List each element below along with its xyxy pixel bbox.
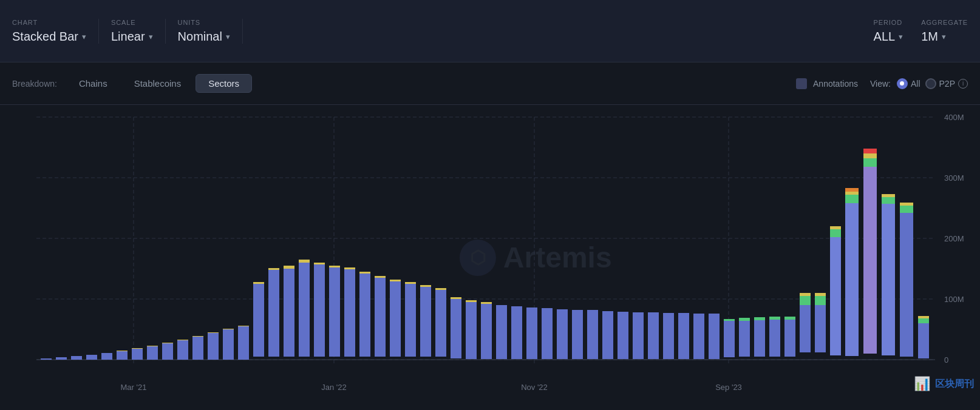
period-dropdown[interactable]: ALL ▾ [874, 30, 903, 44]
controls-bar: Breakdown: Chains Stablecoins Sectors An… [0, 62, 980, 105]
svg-rect-114 [863, 167, 877, 354]
svg-rect-117 [863, 149, 877, 153]
svg-rect-62 [390, 281, 401, 357]
svg-rect-66 [420, 287, 431, 357]
svg-rect-68 [435, 290, 446, 357]
svg-rect-22 [86, 355, 97, 360]
period-chevron-icon: ▾ [899, 32, 903, 41]
svg-rect-53 [314, 263, 325, 264]
aggregate-dropdown[interactable]: 1M ▾ [921, 30, 968, 44]
svg-rect-63 [390, 280, 401, 281]
scale-dropdown[interactable]: Linear ▾ [111, 30, 153, 44]
chart-label: CHART [12, 19, 86, 26]
period-group: PERIOD ALL ▾ [874, 19, 903, 44]
svg-rect-40 [238, 326, 249, 360]
view-all-option[interactable]: All [897, 78, 920, 89]
aggregate-chevron-icon: ▾ [942, 32, 946, 41]
svg-rect-79 [542, 308, 553, 359]
svg-rect-74 [481, 304, 492, 359]
svg-rect-85 [633, 312, 644, 359]
view-all-radio[interactable] [897, 78, 908, 89]
period-value: ALL [874, 30, 896, 44]
svg-text:200M: 200M [944, 234, 964, 243]
p2p-info-icon[interactable]: i [958, 79, 968, 89]
units-dropdown[interactable]: Nominal ▾ [178, 30, 230, 44]
svg-rect-106 [815, 293, 826, 296]
svg-rect-76 [496, 305, 507, 359]
svg-rect-46 [284, 269, 294, 357]
svg-rect-93 [739, 321, 750, 357]
breakdown-chains-button[interactable]: Chains [67, 75, 120, 92]
scale-value: Linear [111, 30, 145, 44]
brand-icon: 📊 [914, 376, 930, 392]
svg-rect-43 [253, 282, 264, 284]
svg-rect-107 [830, 237, 841, 355]
svg-rect-98 [769, 317, 780, 320]
svg-text:Jan '22: Jan '22 [321, 383, 347, 392]
view-all-label: All [911, 79, 920, 89]
svg-rect-31 [162, 343, 173, 343]
svg-rect-61 [375, 276, 386, 278]
svg-rect-50 [299, 261, 310, 263]
svg-rect-37 [208, 332, 219, 333]
svg-rect-123 [900, 203, 913, 206]
svg-rect-70 [451, 299, 461, 358]
aggregate-label: AGGREGATE [921, 19, 968, 26]
breakdown-sectors-button[interactable]: Sectors [196, 74, 252, 93]
view-p2p-label: P2P [939, 79, 955, 89]
svg-rect-41 [238, 326, 249, 326]
svg-rect-120 [882, 194, 895, 197]
svg-rect-28 [147, 346, 158, 360]
svg-text:100M: 100M [944, 295, 964, 304]
annotations-label: Annotations [813, 79, 858, 89]
svg-rect-94 [739, 318, 750, 321]
period-label: PERIOD [874, 19, 903, 26]
scale-chevron-icon: ▾ [149, 32, 153, 41]
chart-chevron-icon: ▾ [82, 32, 86, 41]
svg-rect-34 [192, 337, 203, 360]
svg-rect-58 [359, 274, 370, 357]
svg-rect-75 [481, 302, 492, 304]
svg-rect-96 [754, 317, 765, 320]
svg-rect-115 [863, 158, 877, 167]
header: CHART Stacked Bar ▾ SCALE Linear ▾ UNITS… [0, 0, 980, 62]
breakdown-stablecoins-button[interactable]: Stablecoins [122, 75, 194, 92]
units-chevron-icon: ▾ [226, 32, 230, 41]
scale-group: SCALE Linear ▾ [99, 19, 166, 44]
svg-rect-121 [900, 213, 913, 357]
view-p2p-radio[interactable] [925, 78, 936, 89]
svg-rect-77 [511, 306, 522, 359]
chart-svg: 400M 300M 200M 100M 0 Mar '21 Jan '22 No… [0, 105, 980, 410]
svg-rect-81 [572, 310, 583, 359]
svg-rect-95 [754, 320, 765, 357]
svg-rect-103 [800, 293, 811, 296]
svg-rect-102 [800, 296, 811, 305]
view-p2p-option[interactable]: P2P i [925, 78, 968, 89]
svg-rect-36 [208, 333, 219, 360]
aggregate-group: AGGREGATE 1M ▾ [921, 19, 968, 44]
svg-rect-124 [918, 323, 929, 358]
units-label: UNITS [178, 19, 230, 26]
chart-type-value: Stacked Bar [12, 30, 78, 44]
svg-rect-60 [375, 278, 386, 357]
svg-rect-39 [223, 329, 234, 329]
svg-rect-109 [830, 226, 841, 229]
svg-rect-118 [882, 204, 895, 355]
svg-rect-119 [882, 197, 895, 204]
svg-rect-112 [845, 192, 859, 195]
svg-rect-25 [117, 351, 128, 351]
svg-rect-42 [253, 284, 264, 357]
svg-rect-84 [618, 312, 628, 359]
svg-rect-122 [900, 206, 913, 213]
svg-rect-88 [678, 313, 689, 359]
svg-rect-23 [101, 353, 112, 360]
svg-rect-21 [71, 356, 82, 360]
svg-rect-64 [405, 284, 416, 357]
svg-rect-97 [769, 320, 780, 357]
chart-type-dropdown[interactable]: Stacked Bar ▾ [12, 30, 86, 44]
aggregate-value: 1M [921, 30, 938, 44]
svg-rect-54 [329, 267, 340, 357]
svg-rect-89 [693, 314, 704, 359]
svg-rect-125 [918, 318, 929, 323]
svg-rect-57 [344, 267, 355, 269]
